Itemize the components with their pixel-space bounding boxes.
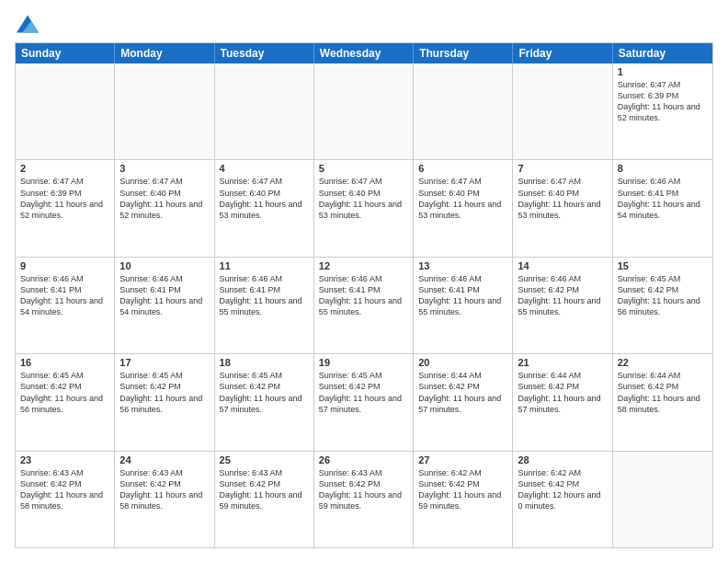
- day-info: Sunrise: 6:47 AM Sunset: 6:39 PM Dayligh…: [618, 79, 708, 124]
- calendar-cell: 6Sunrise: 6:47 AM Sunset: 6:40 PM Daylig…: [414, 160, 513, 256]
- day-number: 23: [20, 454, 109, 465]
- calendar-cell: [414, 63, 513, 159]
- day-number: 18: [220, 357, 309, 368]
- day-info: Sunrise: 6:43 AM Sunset: 6:42 PM Dayligh…: [319, 467, 408, 512]
- calendar-cell: 5Sunrise: 6:47 AM Sunset: 6:40 PM Daylig…: [314, 160, 414, 256]
- day-number: 25: [220, 454, 309, 465]
- day-info: Sunrise: 6:43 AM Sunset: 6:42 PM Dayligh…: [20, 467, 109, 512]
- calendar-cell: [513, 63, 612, 159]
- calendar-cell: 18Sunrise: 6:45 AM Sunset: 6:42 PM Dayli…: [215, 354, 314, 450]
- day-number: 5: [319, 163, 408, 174]
- day-info: Sunrise: 6:46 AM Sunset: 6:41 PM Dayligh…: [319, 273, 408, 318]
- weekday-header: Thursday: [414, 43, 513, 63]
- calendar-cell: 19Sunrise: 6:45 AM Sunset: 6:42 PM Dayli…: [314, 354, 414, 450]
- day-number: 9: [20, 260, 109, 271]
- calendar-cell: [16, 63, 115, 159]
- day-number: 22: [618, 357, 708, 368]
- day-number: 26: [319, 454, 408, 465]
- calendar-cell: 7Sunrise: 6:47 AM Sunset: 6:40 PM Daylig…: [513, 160, 612, 256]
- calendar-cell: 17Sunrise: 6:45 AM Sunset: 6:42 PM Dayli…: [115, 354, 214, 450]
- weekday-header: Friday: [513, 43, 612, 63]
- day-number: 17: [119, 357, 209, 368]
- day-info: Sunrise: 6:46 AM Sunset: 6:42 PM Dayligh…: [518, 273, 607, 318]
- weekday-header: Sunday: [16, 43, 115, 63]
- day-info: Sunrise: 6:47 AM Sunset: 6:39 PM Dayligh…: [20, 176, 109, 221]
- calendar-row: 16Sunrise: 6:45 AM Sunset: 6:42 PM Dayli…: [16, 353, 712, 450]
- day-info: Sunrise: 6:47 AM Sunset: 6:40 PM Dayligh…: [220, 176, 309, 221]
- calendar-cell: 11Sunrise: 6:46 AM Sunset: 6:41 PM Dayli…: [215, 258, 314, 353]
- logo-icon: [17, 15, 39, 33]
- weekday-header: Wednesday: [314, 43, 414, 63]
- day-number: 13: [418, 260, 507, 271]
- calendar-cell: 23Sunrise: 6:43 AM Sunset: 6:42 PM Dayli…: [16, 452, 115, 547]
- calendar-cell: [115, 63, 214, 159]
- day-info: Sunrise: 6:47 AM Sunset: 6:40 PM Dayligh…: [319, 176, 408, 221]
- day-info: Sunrise: 6:46 AM Sunset: 6:41 PM Dayligh…: [20, 273, 109, 318]
- calendar-header: SundayMondayTuesdayWednesdayThursdayFrid…: [16, 43, 712, 63]
- calendar: SundayMondayTuesdayWednesdayThursdayFrid…: [15, 42, 713, 548]
- calendar-row: 1Sunrise: 6:47 AM Sunset: 6:39 PM Daylig…: [16, 63, 712, 159]
- calendar-row: 2Sunrise: 6:47 AM Sunset: 6:39 PM Daylig…: [16, 159, 712, 256]
- day-info: Sunrise: 6:47 AM Sunset: 6:40 PM Dayligh…: [119, 176, 209, 221]
- day-number: 19: [319, 357, 408, 368]
- calendar-cell: 25Sunrise: 6:43 AM Sunset: 6:42 PM Dayli…: [215, 452, 314, 547]
- day-info: Sunrise: 6:45 AM Sunset: 6:42 PM Dayligh…: [220, 370, 309, 415]
- weekday-header: Tuesday: [215, 43, 314, 63]
- day-number: 3: [119, 163, 209, 174]
- day-number: 4: [220, 163, 309, 174]
- day-number: 2: [20, 163, 109, 174]
- calendar-cell: 1Sunrise: 6:47 AM Sunset: 6:39 PM Daylig…: [613, 63, 712, 159]
- day-number: 1: [618, 66, 708, 77]
- calendar-cell: 10Sunrise: 6:46 AM Sunset: 6:41 PM Dayli…: [115, 258, 214, 353]
- calendar-cell: 24Sunrise: 6:43 AM Sunset: 6:42 PM Dayli…: [115, 452, 214, 547]
- calendar-cell: 2Sunrise: 6:47 AM Sunset: 6:39 PM Daylig…: [16, 160, 115, 256]
- header: [15, 15, 713, 33]
- calendar-cell: 8Sunrise: 6:46 AM Sunset: 6:41 PM Daylig…: [613, 160, 712, 256]
- day-number: 10: [119, 260, 209, 271]
- weekday-header: Monday: [115, 43, 214, 63]
- day-info: Sunrise: 6:44 AM Sunset: 6:42 PM Dayligh…: [518, 370, 607, 415]
- day-info: Sunrise: 6:45 AM Sunset: 6:42 PM Dayligh…: [319, 370, 408, 415]
- day-info: Sunrise: 6:46 AM Sunset: 6:41 PM Dayligh…: [220, 273, 309, 318]
- day-number: 12: [319, 260, 408, 271]
- calendar-cell: 15Sunrise: 6:45 AM Sunset: 6:42 PM Dayli…: [613, 258, 712, 353]
- calendar-cell: 4Sunrise: 6:47 AM Sunset: 6:40 PM Daylig…: [215, 160, 314, 256]
- day-info: Sunrise: 6:47 AM Sunset: 6:40 PM Dayligh…: [518, 176, 607, 221]
- logo: [15, 15, 39, 33]
- day-info: Sunrise: 6:45 AM Sunset: 6:42 PM Dayligh…: [618, 273, 708, 318]
- calendar-cell: 16Sunrise: 6:45 AM Sunset: 6:42 PM Dayli…: [16, 354, 115, 450]
- day-number: 27: [418, 454, 507, 465]
- day-number: 24: [119, 454, 209, 465]
- calendar-cell: 21Sunrise: 6:44 AM Sunset: 6:42 PM Dayli…: [513, 354, 612, 450]
- day-number: 11: [220, 260, 309, 271]
- day-number: 20: [418, 357, 507, 368]
- day-number: 14: [518, 260, 607, 271]
- calendar-cell: 13Sunrise: 6:46 AM Sunset: 6:41 PM Dayli…: [414, 258, 513, 353]
- day-number: 21: [518, 357, 607, 368]
- calendar-cell: 27Sunrise: 6:42 AM Sunset: 6:42 PM Dayli…: [414, 452, 513, 547]
- calendar-cell: [314, 63, 414, 159]
- calendar-cell: 20Sunrise: 6:44 AM Sunset: 6:42 PM Dayli…: [414, 354, 513, 450]
- day-info: Sunrise: 6:42 AM Sunset: 6:42 PM Dayligh…: [518, 467, 607, 512]
- day-info: Sunrise: 6:42 AM Sunset: 6:42 PM Dayligh…: [418, 467, 507, 512]
- calendar-cell: [613, 452, 712, 547]
- weekday-header: Saturday: [613, 43, 712, 63]
- page: SundayMondayTuesdayWednesdayThursdayFrid…: [0, 0, 728, 563]
- calendar-cell: 12Sunrise: 6:46 AM Sunset: 6:41 PM Dayli…: [314, 258, 414, 353]
- calendar-cell: 3Sunrise: 6:47 AM Sunset: 6:40 PM Daylig…: [115, 160, 214, 256]
- day-number: 15: [618, 260, 708, 271]
- calendar-cell: 26Sunrise: 6:43 AM Sunset: 6:42 PM Dayli…: [314, 452, 414, 547]
- day-number: 28: [518, 454, 607, 465]
- day-number: 6: [418, 163, 507, 174]
- day-info: Sunrise: 6:46 AM Sunset: 6:41 PM Dayligh…: [418, 273, 507, 318]
- calendar-body: 1Sunrise: 6:47 AM Sunset: 6:39 PM Daylig…: [16, 63, 712, 547]
- day-number: 7: [518, 163, 607, 174]
- calendar-cell: 14Sunrise: 6:46 AM Sunset: 6:42 PM Dayli…: [513, 258, 612, 353]
- day-info: Sunrise: 6:43 AM Sunset: 6:42 PM Dayligh…: [220, 467, 309, 512]
- calendar-cell: 22Sunrise: 6:44 AM Sunset: 6:42 PM Dayli…: [613, 354, 712, 450]
- day-info: Sunrise: 6:44 AM Sunset: 6:42 PM Dayligh…: [418, 370, 507, 415]
- calendar-cell: [215, 63, 314, 159]
- day-info: Sunrise: 6:43 AM Sunset: 6:42 PM Dayligh…: [119, 467, 209, 512]
- day-info: Sunrise: 6:45 AM Sunset: 6:42 PM Dayligh…: [20, 370, 109, 415]
- calendar-row: 9Sunrise: 6:46 AM Sunset: 6:41 PM Daylig…: [16, 257, 712, 353]
